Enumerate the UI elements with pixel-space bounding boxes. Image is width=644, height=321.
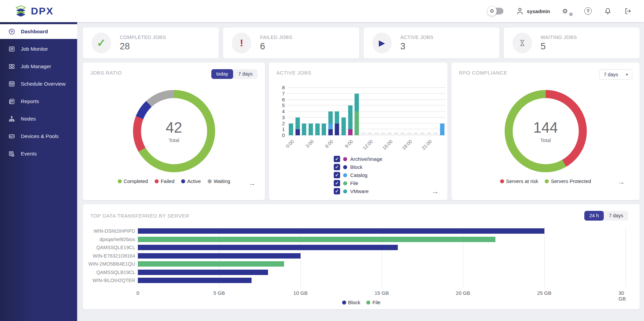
active-jobs-bar-10 bbox=[355, 94, 359, 135]
active-jobs-bar-14 bbox=[381, 132, 385, 135]
sidebar-item-schedule-overview[interactable]: Schedule Overview bbox=[0, 77, 77, 91]
top-data-legend: BlockFile bbox=[83, 300, 640, 305]
sidebar-item-label: Schedule Overview bbox=[21, 81, 66, 87]
jobs-ratio-donut: 42 Total bbox=[133, 90, 215, 172]
stats-row: ✓COMPLETED JOBS28!FAILED JOBS6▶ACTIVE JO… bbox=[83, 28, 640, 58]
logout-icon[interactable] bbox=[624, 7, 632, 15]
legend-item-file: File bbox=[366, 300, 380, 305]
toggle-today[interactable]: today bbox=[211, 69, 233, 79]
checkbox-block[interactable]: ✓ bbox=[334, 164, 340, 170]
jobs-ratio-title: JOBS RATIO bbox=[90, 70, 122, 76]
schedule-icon bbox=[8, 80, 15, 88]
help-icon[interactable]: ? bbox=[584, 7, 592, 15]
sidebar-item-nodes[interactable]: Nodes bbox=[0, 111, 77, 126]
sidebar-item-job-manager[interactable]: Job Manager bbox=[0, 59, 77, 74]
legend-row-catalog: ✓Catalog bbox=[334, 172, 382, 178]
sidebar-item-dashboard[interactable]: Dashboard bbox=[0, 24, 77, 39]
x-tick-label: 0:00 bbox=[285, 139, 295, 149]
bar-segment-vmware bbox=[296, 118, 300, 130]
active-jobs-bar-7 bbox=[335, 111, 339, 135]
bar-segment-block bbox=[328, 129, 333, 135]
data-bar-qamssqlb19cl bbox=[138, 270, 268, 275]
bar-segment-vmware bbox=[341, 118, 346, 135]
gridline: 5 bbox=[288, 105, 445, 105]
dpx-logo-icon bbox=[14, 5, 28, 17]
gridline: 8 bbox=[288, 87, 445, 88]
table-row: dpxqarhel92bios bbox=[83, 235, 640, 244]
sidebar-item-reports[interactable]: Reports bbox=[0, 94, 77, 109]
checkbox-archive-image[interactable]: ✓ bbox=[334, 156, 340, 162]
sidebar-nav: DashboardJob MonitorJob ManagerSchedule … bbox=[0, 22, 77, 321]
sidebar-item-job-monitor[interactable]: Job Monitor bbox=[0, 42, 77, 56]
toggle-24h[interactable]: 24 h bbox=[584, 211, 604, 221]
stat-label: WAITING JOBS bbox=[541, 35, 577, 40]
x-tick-label: 18:00 bbox=[401, 139, 413, 151]
settings-toggle[interactable]: ⚙ bbox=[489, 8, 503, 14]
main-content: ✓COMPLETED JOBS28!FAILED JOBS6▶ACTIVE JO… bbox=[77, 22, 644, 321]
rpo-range-dropdown[interactable]: 7 days ▾ bbox=[599, 69, 632, 80]
hourglass-icon bbox=[513, 33, 532, 53]
dashboard-icon bbox=[8, 28, 15, 35]
toggle-7days-bottom[interactable]: 7 days bbox=[604, 211, 628, 221]
bar-segment-vmware bbox=[348, 105, 353, 129]
rpo-arrow-icon[interactable]: → bbox=[618, 178, 625, 186]
checkbox-file[interactable]: ✓ bbox=[334, 180, 340, 186]
rpo-donut: 144 Total bbox=[504, 90, 587, 172]
active-jobs-card: ACTIVE JOBS 0123456780:003:006:009:0012:… bbox=[269, 62, 447, 200]
gear-toggle-icon: ⚙ bbox=[487, 6, 497, 16]
stat-value: 6 bbox=[260, 41, 292, 52]
active-jobs-arrow-icon[interactable]: → bbox=[432, 187, 439, 195]
bar-segment-block bbox=[296, 129, 300, 135]
user-menu[interactable]: sysadmin bbox=[516, 7, 550, 15]
job-manager-icon bbox=[8, 63, 15, 70]
bar-segment-vmware bbox=[309, 124, 313, 136]
stat-card-waiting-jobs: WAITING JOBS5 bbox=[504, 28, 640, 58]
nodes-icon bbox=[8, 115, 15, 123]
sidebar-item-devices-pools[interactable]: Devices & Pools bbox=[0, 129, 77, 144]
bar-placeholder bbox=[427, 132, 431, 135]
sidebar-item-events[interactable]: Events bbox=[0, 146, 77, 161]
checkbox-catalog[interactable]: ✓ bbox=[334, 172, 340, 178]
rpo-legend: Servers at riskServers Protected bbox=[451, 178, 640, 184]
gridline: 7 bbox=[288, 93, 445, 94]
stat-card-active-jobs: ▶ACTIVE JOBS3 bbox=[364, 28, 499, 58]
events-icon bbox=[8, 150, 15, 157]
username: sysadmin bbox=[527, 8, 550, 14]
jobs-ratio-arrow-icon[interactable]: → bbox=[249, 179, 256, 187]
y-tick-label: 1 bbox=[282, 126, 285, 132]
stat-label: ACTIVE JOBS bbox=[400, 35, 434, 40]
table-row: QAMSSQLE19CL bbox=[83, 243, 640, 252]
x-tick-label: 9:00 bbox=[344, 139, 354, 149]
active-jobs-bar-12 bbox=[368, 132, 372, 135]
bar-placeholder bbox=[433, 132, 438, 135]
bar-placeholder bbox=[381, 132, 385, 135]
x-tick-label: 21:00 bbox=[421, 139, 433, 151]
rpo-range-value: 7 days bbox=[604, 72, 618, 77]
table-row: QAMSSQLB19CL bbox=[83, 268, 640, 277]
admin-gears-icon[interactable]: ⚙⚙ bbox=[562, 6, 572, 16]
top-data-card: TOP DATA TRANSFERRED BY SERVER 24 h 7 da… bbox=[83, 204, 640, 309]
active-jobs-bar-16 bbox=[394, 132, 398, 135]
rpo-title: RPO COMPLIANCE bbox=[459, 70, 507, 76]
jobs-ratio-range-toggle: today 7 days bbox=[211, 69, 258, 79]
notifications-icon[interactable] bbox=[604, 7, 612, 15]
y-tick-label: 4 bbox=[282, 108, 285, 114]
bar-segment-vmware bbox=[355, 94, 359, 111]
bar-segment-vmware bbox=[322, 124, 326, 136]
legend-dot-icon bbox=[343, 165, 347, 169]
bar-placeholder bbox=[368, 132, 372, 135]
data-bar-win-9iloih2qter bbox=[138, 278, 252, 283]
legend-label: Block bbox=[350, 164, 363, 170]
server-label: WIN-9ILOIH2QTER bbox=[83, 278, 135, 283]
active-jobs-bar-11 bbox=[361, 132, 366, 135]
toggle-7days[interactable]: 7 days bbox=[233, 69, 258, 79]
sidebar-item-label: Nodes bbox=[21, 116, 36, 122]
legend-label: Catalog bbox=[350, 172, 368, 178]
jobs-ratio-legend: CompletedFailedActiveWaiting bbox=[83, 178, 265, 184]
data-bar-qamssqle19cl bbox=[138, 245, 398, 250]
checkbox-vmware[interactable]: ✓ bbox=[334, 188, 340, 194]
bar-segment-catalog bbox=[328, 124, 333, 130]
gridline: 6 bbox=[288, 99, 445, 100]
reports-icon bbox=[8, 98, 15, 105]
legend-label: Servers at risk bbox=[506, 178, 538, 184]
